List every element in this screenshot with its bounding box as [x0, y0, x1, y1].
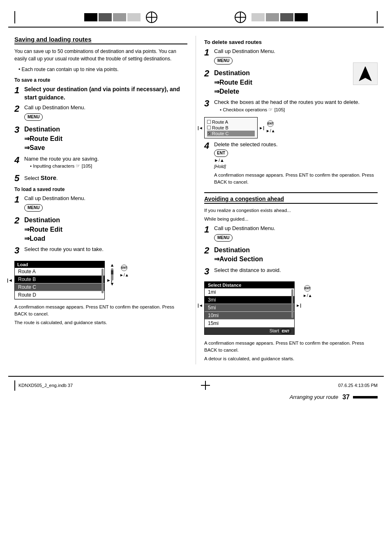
- section-label: Arranging your route: [290, 394, 339, 400]
- save-step-3: 3 Destination ⇒Route Edit ⇒Save: [14, 125, 187, 152]
- load-step-1-text: Call up Destination Menu. MENU: [24, 195, 187, 213]
- start-ent-icon: ENT: [280, 329, 291, 334]
- load-step-num-2: 2: [14, 216, 22, 226]
- left-reg-marks: [84, 12, 161, 23]
- delete-step-4: 4 Delete the selected routes. ENT ►/▲ [H…: [204, 141, 378, 187]
- menu-button-icon-cong: MENU: [214, 234, 233, 242]
- save-step-5: 5 Select Store.: [14, 173, 187, 183]
- section-title-saving: Saving and loading routes: [14, 36, 187, 44]
- step-num-2: 2: [14, 104, 22, 114]
- congestion-intro: If you realize a congestion exists ahead…: [204, 207, 378, 214]
- delete-step-2: 2 Destination ⇒Route Edit ⇒Delete: [204, 69, 378, 96]
- delete-step-3: 3 Check the boxes at the head of the rou…: [204, 99, 378, 114]
- load-confirm-text: A confirmation message appears. Press EN…: [14, 304, 187, 318]
- start-row: Start ENT: [205, 327, 294, 334]
- play-arrow-del: ►/▲: [266, 129, 275, 133]
- del-step-num-1: 1: [204, 48, 212, 58]
- route-calculated-text: The route is calculated, and guidance st…: [14, 319, 187, 326]
- ent-button-load: ENT: [121, 265, 127, 271]
- map-navigation-icon: [353, 62, 378, 85]
- select-distance-area: Select Distance 1mi 3mi 5mi 10mi 15mi St…: [204, 279, 378, 337]
- play-icon-del4: ►/▲: [214, 157, 378, 164]
- load-route-heading: To load a saved route: [14, 187, 187, 192]
- load-step-1: 1 Call up Destination Menu. MENU: [14, 195, 187, 213]
- load-step-3: 3 Select the route you want to take.: [14, 246, 187, 256]
- congestion-divider: [204, 192, 378, 193]
- dist-10mi: 10mi: [205, 312, 294, 320]
- ent-button-del4: ENT: [214, 150, 228, 157]
- del-step-num-2: 2: [204, 69, 212, 78]
- cong-step-num-3: 3: [204, 267, 212, 276]
- page: Saving and loading routes You can save u…: [0, 0, 392, 555]
- footer-date: 07.6.25 4:13:05 PM: [338, 383, 378, 388]
- play-arrow-icon: ►/▲: [120, 273, 129, 277]
- cong-step-3-text: Select the distance to avoid.: [214, 267, 378, 274]
- load-step-2-arrows: Destination ⇒Route Edit ⇒Load: [24, 216, 62, 243]
- ent-button-delete: ENT: [267, 120, 274, 127]
- cong-step-1: 1 Call up Destination Menu. MENU: [204, 225, 378, 243]
- load-step-3-text: Select the route you want to take.: [24, 246, 187, 253]
- svg-marker-0: [359, 67, 371, 81]
- menu-button-icon-delete: MENU: [214, 57, 233, 64]
- save-step-1: 1 Select your destination (and via point…: [14, 85, 187, 101]
- cong-step-1-text: Call up Destination Menu. MENU: [214, 225, 378, 243]
- delete-checkbox-area: Route A Route B ✓ Route C: [204, 117, 378, 138]
- footer-file-info: KDNXD505_J_eng.indb 37: [18, 383, 73, 388]
- delete-confirm-text: A confirmation message appears. Press EN…: [214, 172, 378, 186]
- while-guided-text: While being guided...: [204, 216, 378, 223]
- select-dist-title: Select Distance: [205, 282, 294, 288]
- delete-step-2-arrows: Destination ⇒Route Edit ⇒Delete: [214, 69, 252, 96]
- ent-button-dist: ENT: [304, 285, 311, 292]
- hold-note: [Hold]: [214, 164, 378, 170]
- route-row-a: Route A: [15, 268, 104, 276]
- intro-text: You can save up to 50 combinations of de…: [14, 48, 187, 62]
- right-reg-marks: [231, 12, 308, 23]
- step-num-4: 4: [14, 155, 22, 165]
- cong-step-3: 3 Select the distance to avoid.: [204, 267, 378, 276]
- inputting-chars-note: Inputting characters ☞ [105]: [24, 163, 187, 169]
- cong-step-2-arrows: Destination ⇒Avoid Section: [214, 246, 263, 264]
- footer-center-cross: [201, 381, 210, 390]
- save-route-heading: To save a route: [14, 77, 187, 83]
- delete-step-1: 1 Call up Destination Menu. MENU: [204, 48, 378, 66]
- dist-3mi: 3mi: [205, 296, 294, 304]
- save-step-3-arrows: Destination ⇒Route Edit ⇒Save: [24, 125, 62, 152]
- dist-5mi: 5mi: [205, 304, 294, 312]
- menu-button-icon: MENU: [24, 113, 43, 121]
- load-step-num-1: 1: [14, 195, 22, 205]
- cong-step-2: 2 Destination ⇒Avoid Section: [204, 246, 378, 264]
- save-step-4-content: Name the route you are saving. Inputting…: [24, 155, 187, 171]
- del-step-num-3: 3: [204, 99, 212, 108]
- play-arrow-dist: ►/▲: [303, 293, 312, 298]
- delete-step-4-content: Delete the selected routes. ENT ►/▲ [Hol…: [214, 141, 378, 187]
- step-num-5: 5: [14, 173, 22, 183]
- save-step-5-text: Select Store.: [24, 173, 187, 182]
- cong-step-num-1: 1: [204, 225, 212, 235]
- save-step-4: 4 Name the route you are saving. Inputti…: [14, 155, 187, 171]
- route-row-c: Route C: [15, 283, 104, 291]
- save-step-1-text: Select your destination (and via points …: [24, 85, 187, 101]
- load-route-screenshot-area: Load Route A Route B Route C Route D |◄: [14, 258, 187, 302]
- congestion-section-title: Avoiding a congestion ahead: [204, 196, 378, 204]
- cong-confirm-text: A confirmation message appears. Press EN…: [204, 340, 378, 354]
- step-num-3: 3: [14, 125, 22, 135]
- select-distance-screenshot: Select Distance 1mi 3mi 5mi 10mi 15mi St…: [204, 281, 295, 335]
- load-step-num-3: 3: [14, 246, 22, 256]
- delete-step-3-content: Check the boxes at the head of the route…: [214, 99, 378, 114]
- checkbox-ops-note: Checkbox operations ☞ [105]: [214, 106, 378, 113]
- screenshot-title: Load: [15, 261, 104, 268]
- save-step-2: 2 Call up Destination Menu. MENU: [14, 104, 187, 122]
- bullet-via-points: Each route can contain up to nine via po…: [14, 66, 187, 73]
- delete-heading: To delete saved routes: [204, 39, 378, 45]
- dist-1mi: 1mi: [205, 288, 294, 296]
- route-row-d: Route D: [15, 291, 104, 299]
- detour-text: A detour is calculated, and guidance sta…: [204, 355, 378, 362]
- left-column: Saving and loading routes You can save u…: [14, 36, 196, 364]
- del-step-num-4: 4: [204, 141, 212, 151]
- menu-button-icon-load: MENU: [24, 204, 43, 212]
- footer-left-area: KDNXD505_J_eng.indb 37: [14, 380, 73, 391]
- right-column: To delete saved routes 1 Call up Destina…: [196, 36, 378, 364]
- page-number: 37: [342, 394, 350, 401]
- step-num-1: 1: [14, 85, 22, 95]
- route-row-b: Route B: [15, 276, 104, 283]
